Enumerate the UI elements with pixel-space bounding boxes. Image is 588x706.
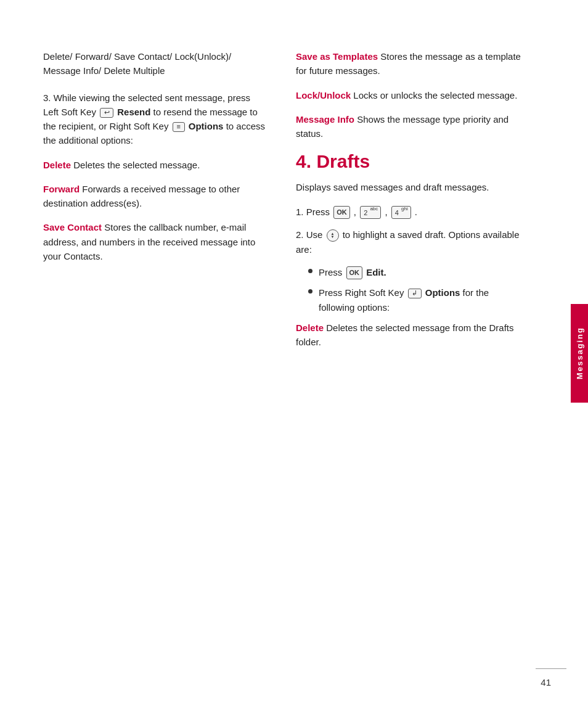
def-message-info: Message Info Shows the message type prio… xyxy=(296,112,524,141)
key-2abc: 2 abc xyxy=(360,206,381,220)
bullet-dot-2 xyxy=(308,289,312,293)
menu-heading: Delete/ Forward/ Save Contact/ Lock(Unlo… xyxy=(43,49,265,78)
right-soft-key-icon xyxy=(173,122,185,132)
step1-text: 1. Press xyxy=(296,207,332,217)
step2-text: 2. Use xyxy=(296,229,325,240)
def-lock-unlock-desc: Locks or unlocks the selected message. xyxy=(353,90,517,101)
page-number: 41 xyxy=(541,677,551,688)
def-delete-desc: Deletes the selected message. xyxy=(73,160,200,170)
step1-period: . xyxy=(415,207,417,217)
def-save-contact: Save Contact Stores the callback number,… xyxy=(43,220,265,263)
step-3: 3. While viewing the selected sent messa… xyxy=(43,91,265,148)
section-drafts: 4. Drafts Displays saved messages and dr… xyxy=(296,150,524,349)
step-1: 1. Press OK , 2 abc , 4 ghi . xyxy=(296,205,524,220)
bullet-options-text: Press Right Soft Key Options for the fol… xyxy=(319,285,524,314)
bullet-edit: Press OK Edit. xyxy=(308,265,524,280)
sidebar-tab: Messaging xyxy=(571,304,588,403)
def-forward: Forward Forwards a received message to o… xyxy=(43,182,265,211)
section-description: Displays saved messages and draft messag… xyxy=(296,180,524,194)
def-delete-term: Delete xyxy=(43,160,71,170)
sidebar-tab-label: Messaging xyxy=(575,327,584,379)
page-content: Delete/ Forward/ Save Contact/ Lock(Unlo… xyxy=(0,0,588,706)
def-save-templates-term: Save as Templates xyxy=(296,51,378,62)
bullet-options-press: Press Right Soft Key xyxy=(319,287,407,298)
nav-updown-icon xyxy=(327,229,339,242)
right-soft-key-icon-2 xyxy=(408,289,422,298)
resend-label: Resend xyxy=(117,107,150,117)
bullet-edit-press: Press xyxy=(319,267,345,277)
def-save-templates: Save as Templates Stores the message as … xyxy=(296,49,524,78)
def-save-contact-term: Save Contact xyxy=(43,222,102,232)
section-heading: Drafts xyxy=(316,151,370,171)
key-4ghi: 4 ghi xyxy=(391,206,411,220)
left-column: Delete/ Forward/ Save Contact/ Lock(Unlo… xyxy=(0,49,284,681)
step1-comma1: , xyxy=(354,207,359,217)
separator-line xyxy=(536,668,566,669)
section-title: 4. Drafts xyxy=(296,150,524,173)
step-2: 2. Use to highlight a saved draft. Optio… xyxy=(296,228,524,257)
bullet-edit-text: Press OK Edit. xyxy=(319,265,386,280)
right-column: Save as Templates Stores the message as … xyxy=(284,49,542,681)
edit-label: Edit. xyxy=(366,267,386,277)
def-delete-drafts-term: Delete xyxy=(296,322,324,333)
left-soft-key-icon xyxy=(100,108,113,118)
def-message-info-term: Message Info xyxy=(296,114,354,125)
step1-comma2: , xyxy=(385,207,390,217)
bullet-list: Press OK Edit. Press Right Soft Key Opti… xyxy=(308,265,524,314)
def-delete: Delete Deletes the selected message. xyxy=(43,158,265,172)
options-label-2: Options xyxy=(425,287,460,298)
section-number: 4. xyxy=(296,151,311,171)
ok-key-edit: OK xyxy=(346,266,363,279)
ok-key-1: OK xyxy=(333,206,350,219)
bullet-options: Press Right Soft Key Options for the fol… xyxy=(308,285,524,314)
def-delete-drafts: Delete Deletes the selected message from… xyxy=(296,321,524,350)
def-lock-unlock-term: Lock/Unlock xyxy=(296,90,351,101)
menu-list: Delete/ Forward/ Save Contact/ Lock(Unlo… xyxy=(43,49,265,78)
step3-text: 3. While viewing the selected sent messa… xyxy=(43,91,265,148)
options-label: Options xyxy=(189,121,224,131)
def-forward-term: Forward xyxy=(43,184,80,194)
bullet-dot-1 xyxy=(308,269,312,273)
def-delete-drafts-desc: Deletes the selected message from the Dr… xyxy=(296,322,514,347)
def-lock-unlock: Lock/Unlock Locks or unlocks the selecte… xyxy=(296,88,524,102)
